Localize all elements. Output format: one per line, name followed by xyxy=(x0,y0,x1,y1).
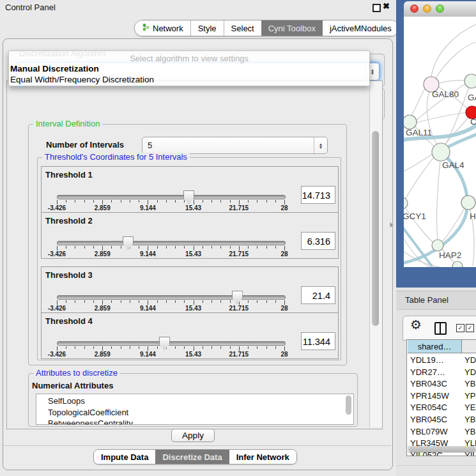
column-header[interactable]: na xyxy=(462,340,476,353)
slider-tick xyxy=(220,346,221,349)
split-columns-icon[interactable] xyxy=(434,322,447,335)
slider-tick xyxy=(284,200,285,204)
slider-tick xyxy=(230,300,231,303)
network-canvas[interactable]: GAL80GACGAL11GAL4GCY1HHAP2 xyxy=(404,17,476,267)
network-window-titlebar[interactable] xyxy=(404,1,476,17)
table-cell[interactable]: YLR3 xyxy=(464,438,476,448)
slider-tick xyxy=(257,346,257,349)
slider-track[interactable] xyxy=(57,341,286,346)
tab-cyni-toolbox[interactable]: Cyni Toolbox xyxy=(261,20,323,36)
apply-button[interactable]: Apply xyxy=(171,429,215,442)
spinner-stepper-icon[interactable]: ▲▼ xyxy=(314,137,327,153)
slider-tick xyxy=(203,300,203,303)
threshold-box-1: Threshold 1-3.4262.8599.14415.4321.71528… xyxy=(41,166,339,213)
network-node-gal11[interactable] xyxy=(404,115,417,129)
tab-label: Infer Network xyxy=(236,452,289,462)
slider-tick xyxy=(148,200,148,204)
close-icon[interactable]: ✖ xyxy=(383,1,390,11)
tick-label: 28 xyxy=(280,250,288,257)
close-light[interactable] xyxy=(410,4,418,13)
list-item[interactable]: SelfLoops xyxy=(48,396,85,406)
table-toolbar: ⚙ ✓ ✓ xyxy=(403,316,476,341)
tab-impute-data[interactable]: Impute Data xyxy=(94,450,155,464)
tab-label: Cyni Toolbox xyxy=(268,24,316,33)
table-cell[interactable]: YDL19… xyxy=(410,355,461,365)
table-cell[interactable]: YBR0 xyxy=(464,379,476,388)
slider-tick xyxy=(102,246,103,250)
table-cell[interactable]: YDR27… xyxy=(410,367,461,377)
number-of-intervals-spinner[interactable]: 5 ▲▼ xyxy=(142,137,328,154)
tab-jactivemnodules[interactable]: jActiveMNodules xyxy=(323,20,399,36)
slider-track[interactable] xyxy=(57,241,286,245)
slider-tick xyxy=(230,200,231,203)
tab-label: Impute Data xyxy=(101,452,148,462)
gear-icon[interactable]: ⚙ xyxy=(410,317,422,332)
column-header[interactable]: shared… xyxy=(408,340,462,353)
list-scrollbar-thumb[interactable] xyxy=(346,395,351,415)
slider-track[interactable] xyxy=(57,295,286,300)
float-window-icon[interactable] xyxy=(372,4,381,12)
slider-track[interactable] xyxy=(57,195,286,199)
tab-style[interactable]: Style xyxy=(190,20,224,36)
control-panel-titlebar: Control Panel ✖ xyxy=(0,0,396,14)
slider-tick xyxy=(121,346,121,349)
network-node-h[interactable] xyxy=(461,196,475,210)
bottom-tab-bar: Impute DataDiscretize DataInfer Network xyxy=(93,449,297,464)
tab-network[interactable]: Network xyxy=(135,20,190,36)
slider-handle[interactable] xyxy=(123,236,134,250)
slider-tick xyxy=(93,200,94,203)
table-cell[interactable]: YER054C xyxy=(410,403,461,412)
slider-handle[interactable] xyxy=(159,337,170,350)
network-node-gal4[interactable] xyxy=(432,143,450,161)
table-cell[interactable]: YBL0 xyxy=(464,427,476,436)
table-cell[interactable]: YBL079W xyxy=(410,427,461,436)
slider-tick xyxy=(57,300,58,305)
checkbox-checked-icon[interactable]: ✓ xyxy=(456,324,464,332)
table-cell[interactable]: YER0 xyxy=(464,403,476,412)
popup-option-equal-width[interactable]: Equal Width/Frequency Discretization xyxy=(10,75,367,84)
table-cell[interactable]: YDL1 xyxy=(464,355,476,365)
zoom-light[interactable] xyxy=(436,4,444,13)
tab-select[interactable]: Select xyxy=(224,20,261,36)
checkbox-checked-icon[interactable]: ✓ xyxy=(466,324,474,332)
slider-tick xyxy=(275,200,276,203)
number-of-intervals-value: 5 xyxy=(142,141,314,150)
tab-label: Discretize Data xyxy=(162,452,222,462)
network-node-gcy1[interactable] xyxy=(404,197,408,209)
slider-tick xyxy=(248,246,249,249)
minimize-light[interactable] xyxy=(423,4,431,13)
table-cell[interactable]: YIL0 xyxy=(464,450,476,456)
table-cell[interactable]: YPR1 xyxy=(464,391,476,401)
tick-label: 15.43 xyxy=(185,250,201,257)
threshold-value-field[interactable]: 11.344 xyxy=(301,332,335,350)
slider-tick xyxy=(157,300,158,303)
slider-handle[interactable] xyxy=(232,291,243,304)
slider-handle[interactable] xyxy=(183,190,194,204)
threshold-value-field[interactable]: 21.4 xyxy=(301,286,335,304)
threshold-label: Threshold 4 xyxy=(45,316,93,326)
table-cell[interactable]: YDR2 xyxy=(464,367,476,377)
list-item[interactable]: BetweennessCentrality xyxy=(48,418,133,425)
table-cell[interactable]: YIL052C xyxy=(410,450,461,456)
table-cell[interactable]: YBR0 xyxy=(464,415,476,424)
table-cell[interactable]: YPR145W xyxy=(410,391,461,401)
node-table[interactable]: shared…naYDL19…YDL1YDR27…YDR2YBR043CYBR0… xyxy=(406,339,476,456)
table-cell[interactable]: YBR045C xyxy=(410,415,461,424)
threshold-value-field[interactable]: 14.713 xyxy=(301,186,335,204)
network-node-hap2[interactable] xyxy=(432,240,443,251)
table-cell[interactable]: YBR043C xyxy=(410,379,461,388)
node-label: GAL80 xyxy=(432,89,459,99)
slider-tick xyxy=(121,200,121,203)
network-edge xyxy=(431,24,476,77)
tab-discretize-data[interactable]: Discretize Data xyxy=(155,450,229,464)
network-node-ga[interactable] xyxy=(464,74,476,88)
vertical-scrollbar-thumb[interactable] xyxy=(372,131,379,326)
table-cell[interactable]: YLR345W xyxy=(410,438,461,448)
tab-infer-network[interactable]: Infer Network xyxy=(229,450,296,464)
thresholds-group-title: Threshold's Coordinates for 5 Intervals xyxy=(42,153,190,161)
threshold-value-field[interactable]: 6.316 xyxy=(301,232,335,250)
list-item[interactable]: TopologicalCoefficient xyxy=(48,408,128,417)
slider-tick xyxy=(239,346,240,351)
popup-option-manual[interactable]: Manual Discretization xyxy=(10,64,367,73)
numerical-attributes-list[interactable]: SelfLoopsTopologicalCoefficientBetweenne… xyxy=(36,394,354,425)
